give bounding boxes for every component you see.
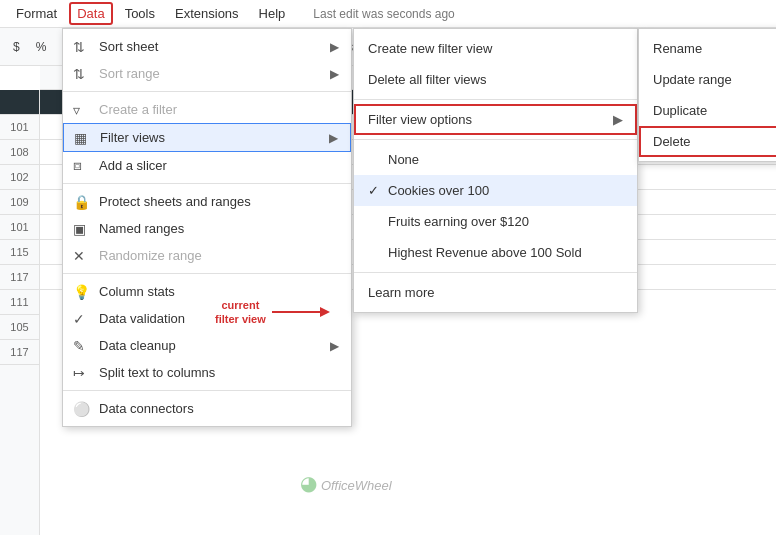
duplicate-label: Duplicate (653, 103, 707, 118)
last-edit-text: Last edit was seconds ago (313, 7, 454, 21)
row-num-109: 109 (0, 190, 39, 215)
randomize-icon: ✕ (73, 248, 85, 264)
learn-more-label: Learn more (368, 285, 434, 300)
fo-rename[interactable]: Rename (639, 33, 776, 64)
create-filter-icon: ▿ (73, 102, 80, 118)
row-num-108: 108 (0, 140, 39, 165)
none-check (368, 152, 384, 167)
submenu-create-new-filter[interactable]: Create new filter view (354, 33, 637, 64)
submenu-fruits-earning[interactable]: Fruits earning over $120 (354, 206, 637, 237)
header-row-num (0, 90, 39, 115)
menu-format[interactable]: Format (8, 2, 65, 25)
delete-label: Delete (653, 134, 691, 149)
data-menu: ⇅ Sort sheet ▶ ⇅ Sort range ▶ ▿ Create a… (62, 28, 352, 427)
menu-add-slicer[interactable]: ⧈ Add a slicer (63, 152, 351, 179)
filter-sep-2 (354, 139, 637, 140)
submenu-delete-all-filter[interactable]: Delete all filter views (354, 64, 637, 95)
menu-named-ranges[interactable]: ▣ Named ranges (63, 215, 351, 242)
fo-update-range[interactable]: Update range (639, 64, 776, 95)
sort-sheet-arrow: ▶ (330, 40, 339, 54)
menu-help[interactable]: Help (251, 2, 294, 25)
menu-data-connectors[interactable]: ⚪ Data connectors (63, 395, 351, 422)
fo-duplicate[interactable]: Duplicate (639, 95, 776, 126)
sort-sheet-icon: ⇅ (73, 39, 85, 55)
create-new-filter-label: Create new filter view (368, 41, 492, 56)
split-text-icon: ↦ (73, 365, 85, 381)
sort-range-label: Sort range (99, 66, 160, 81)
data-validation-label: Data validation (99, 311, 185, 326)
highest-label: Highest Revenue above 100 Sold (388, 245, 582, 260)
row-num-101b: 101 (0, 215, 39, 240)
menu-sort-sheet[interactable]: ⇅ Sort sheet ▶ (63, 33, 351, 60)
menu-create-filter[interactable]: ▿ Create a filter (63, 96, 351, 123)
menu-tools[interactable]: Tools (117, 2, 163, 25)
submenu-cookies-over-100[interactable]: ✓ Cookies over 100 (354, 175, 637, 206)
filter-views-submenu: Create new filter view Delete all filter… (353, 28, 638, 313)
filter-views-arrow: ▶ (329, 131, 338, 145)
filter-sep-1 (354, 99, 637, 100)
delete-all-filter-label: Delete all filter views (368, 72, 487, 87)
toolbar-percent[interactable]: % (31, 37, 52, 57)
add-slicer-label: Add a slicer (99, 158, 167, 173)
fruits-label: Fruits earning over $120 (388, 214, 529, 229)
watermark: ◕ OfficeWheel (300, 471, 392, 495)
submenu-none[interactable]: None (354, 144, 637, 175)
spreadsheet-background: Format Data Tools Extensions Help Last e… (0, 0, 776, 535)
highest-check (368, 245, 384, 260)
fo-delete[interactable]: Delete (639, 126, 776, 157)
filter-view-options-label: Filter view options (368, 112, 472, 127)
data-cleanup-arrow: ▶ (330, 339, 339, 353)
menu-split-text[interactable]: ↦ Split text to columns (63, 359, 351, 386)
row-num-101a: 101 (0, 115, 39, 140)
data-connectors-icon: ⚪ (73, 401, 90, 417)
row-num-102: 102 (0, 165, 39, 190)
menu-sep-2 (63, 183, 351, 184)
sort-range-icon: ⇅ (73, 66, 85, 82)
rename-label: Rename (653, 41, 702, 56)
watermark-text: OfficeWheel (321, 478, 392, 493)
column-stats-label: Column stats (99, 284, 175, 299)
cookies-check: ✓ (368, 183, 384, 198)
data-cleanup-label: Data cleanup (99, 338, 176, 353)
menu-extensions[interactable]: Extensions (167, 2, 247, 25)
fruits-check (368, 214, 384, 229)
menu-sort-range[interactable]: ⇅ Sort range ▶ (63, 60, 351, 87)
menu-sep-1 (63, 91, 351, 92)
filter-sep-3 (354, 272, 637, 273)
column-stats-icon: 💡 (73, 284, 90, 300)
none-label: None (388, 152, 419, 167)
menu-filter-views[interactable]: ▦ Filter views ▶ (63, 123, 351, 152)
menu-data-cleanup[interactable]: ✎ Data cleanup ▶ (63, 332, 351, 359)
filter-views-icon: ▦ (74, 130, 87, 146)
cookies-label: Cookies over 100 (388, 183, 489, 198)
row-num-117a: 117 (0, 265, 39, 290)
sort-range-arrow: ▶ (330, 67, 339, 81)
menu-randomize-range[interactable]: ✕ Randomize range (63, 242, 351, 269)
menu-sep-3 (63, 273, 351, 274)
submenu-learn-more[interactable]: Learn more (354, 277, 637, 308)
menu-data[interactable]: Data (69, 2, 112, 25)
sort-sheet-label: Sort sheet (99, 39, 158, 54)
randomize-label: Randomize range (99, 248, 202, 263)
add-slicer-icon: ⧈ (73, 157, 82, 174)
named-ranges-label: Named ranges (99, 221, 184, 236)
annotation-arrow (270, 304, 330, 320)
update-range-label: Update range (653, 72, 732, 87)
data-cleanup-icon: ✎ (73, 338, 85, 354)
menu-protect-sheets[interactable]: 🔒 Protect sheets and ranges (63, 188, 351, 215)
row-num-117b: 117 (0, 340, 39, 365)
create-filter-label: Create a filter (99, 102, 177, 117)
data-connectors-label: Data connectors (99, 401, 194, 416)
submenu-highest-revenue[interactable]: Highest Revenue above 100 Sold (354, 237, 637, 268)
submenu-filter-view-options[interactable]: Filter view options ▶ (354, 104, 637, 135)
annotation-text: currentfilter view (215, 298, 266, 327)
row-num-111: 111 (0, 290, 39, 315)
filter-options-submenu: Rename Update range Duplicate Delete (638, 28, 776, 162)
toolbar-dollar[interactable]: $ (8, 37, 25, 57)
filter-options-arrow: ▶ (613, 112, 623, 127)
menu-sep-4 (63, 390, 351, 391)
row-num-col: 101 108 102 109 101 115 117 111 105 117 (0, 90, 40, 535)
split-text-label: Split text to columns (99, 365, 215, 380)
protect-sheets-icon: 🔒 (73, 194, 90, 210)
filter-views-label: Filter views (100, 130, 165, 145)
